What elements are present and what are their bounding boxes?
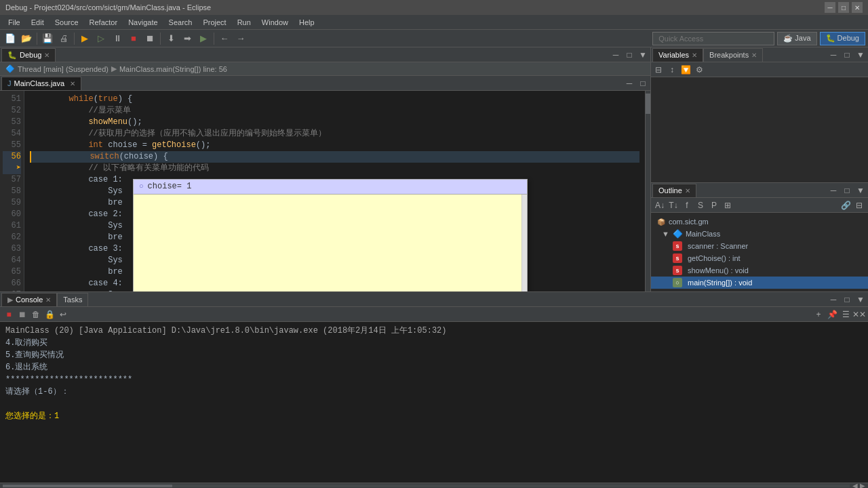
editor-scroll-thumb[interactable]: [646, 94, 650, 114]
debug-tab[interactable]: 🐛 Debug ✕: [1, 48, 56, 62]
outline-menu[interactable]: ▼: [854, 184, 867, 197]
outline-collapse[interactable]: ⊟: [853, 199, 865, 211]
maximize-button[interactable]: □: [838, 2, 849, 13]
panel-menu[interactable]: ▼: [637, 49, 649, 61]
quick-access-input[interactable]: [652, 32, 774, 45]
ln-53: 53: [3, 117, 21, 128]
panel-minimize[interactable]: ─: [610, 49, 622, 61]
outline-tab[interactable]: Outline ✕: [652, 184, 696, 197]
panel-maximize[interactable]: □: [623, 49, 635, 61]
menu-window[interactable]: Window: [256, 17, 294, 28]
console-new[interactable]: +: [812, 308, 825, 321]
vars-settings[interactable]: ⚙: [693, 64, 705, 76]
autocomplete-popup[interactable]: ○ choise= 1: [133, 179, 528, 291]
outline-scanner[interactable]: s scanner : Scanner: [651, 240, 868, 252]
menu-navigate[interactable]: Navigate: [123, 17, 163, 28]
save-button[interactable]: 💾: [40, 31, 55, 46]
outline-content: 📦 com.sict.gm ▼ 🔷 MainClass s scanner : …: [651, 213, 868, 291]
console-scroll-lock[interactable]: 🔒: [43, 308, 56, 321]
outline-sort-type[interactable]: T↓: [667, 199, 679, 211]
new-button[interactable]: 📄: [3, 31, 18, 46]
stepover-button[interactable]: ➡: [180, 31, 195, 46]
console-tab[interactable]: ▶ Console ✕: [1, 293, 57, 306]
minimize-button[interactable]: ─: [825, 2, 835, 13]
outline-hide-fields[interactable]: f: [681, 199, 693, 211]
resume-button[interactable]: ▷: [94, 31, 108, 46]
class-label: MainClass: [686, 230, 720, 238]
console-line-7: 您选择的是：1: [5, 410, 863, 422]
variables-tab-close[interactable]: ✕: [692, 52, 697, 59]
editor-scrollbar-v[interactable]: [645, 91, 650, 291]
open-button[interactable]: 📂: [19, 31, 34, 46]
menu-edit[interactable]: Edit: [26, 17, 50, 28]
forward-button[interactable]: →: [233, 31, 248, 46]
console-pin[interactable]: 📌: [826, 308, 838, 321]
code-area[interactable]: while(true) { //显示菜单 showMenu(); //获取用户的…: [24, 91, 645, 291]
outline-expand[interactable]: ⊞: [722, 199, 734, 211]
outline-hide-nonpublic[interactable]: P: [708, 199, 720, 211]
outline-package[interactable]: 📦 com.sict.gm: [651, 216, 868, 228]
outline-showmenu[interactable]: s showMenu() : void: [651, 264, 868, 277]
menu-help[interactable]: Help: [294, 17, 320, 28]
terminate-button[interactable]: ■: [126, 31, 141, 46]
outline-tab-close[interactable]: ✕: [685, 187, 690, 195]
disconnect-button[interactable]: ⏹: [142, 31, 157, 46]
console-disconnect[interactable]: ⏹: [16, 308, 28, 321]
debug-perspective-button[interactable]: 🐛 Debug: [820, 32, 865, 45]
ac-scrollbar-v[interactable]: [521, 195, 527, 291]
print-button[interactable]: 🖨: [56, 31, 71, 46]
console-scroll-arrows[interactable]: ◀ ▶: [852, 482, 865, 488]
stepinto-button[interactable]: ⬇: [163, 31, 178, 46]
tasks-tab[interactable]: Tasks: [57, 293, 88, 306]
vars-minimize[interactable]: ─: [827, 49, 840, 61]
menu-file[interactable]: File: [3, 17, 26, 28]
outline-mainclass[interactable]: ▼ 🔷 MainClass: [651, 228, 868, 240]
console-clear[interactable]: 🗑: [30, 308, 42, 321]
outline-minimize[interactable]: ─: [827, 184, 840, 197]
mainclass-tab-close[interactable]: ✕: [70, 80, 75, 87]
variables-tab[interactable]: Variables ✕: [652, 48, 703, 62]
console-minimize[interactable]: ─: [827, 293, 840, 306]
console-scrollbar-h-area: ◀ ▶: [0, 483, 868, 488]
outline-getchoise[interactable]: s getChoise() : int: [651, 252, 868, 264]
console-word-wrap[interactable]: ↩: [57, 308, 69, 321]
outline-maximize[interactable]: □: [841, 184, 853, 197]
console-maximize[interactable]: □: [841, 293, 853, 306]
vars-maximize[interactable]: □: [841, 49, 853, 61]
console-scrollbar-track[interactable]: [3, 485, 850, 487]
console-stop[interactable]: ■: [3, 308, 15, 321]
menu-project[interactable]: Project: [197, 17, 231, 28]
editor-tabs: 🐛 Debug ✕ ─ □ ▼: [0, 47, 650, 62]
menu-source[interactable]: Source: [50, 17, 84, 28]
console-menu[interactable]: ▼: [854, 293, 867, 306]
close-button[interactable]: ✕: [852, 2, 863, 13]
breakpoints-tab-close[interactable]: ✕: [751, 52, 757, 59]
menu-run[interactable]: Run: [232, 17, 256, 28]
menu-search[interactable]: Search: [163, 17, 198, 28]
debug-tab-close[interactable]: ✕: [44, 52, 50, 59]
vars-collapse[interactable]: ⊟: [652, 64, 665, 76]
console-scrollbar-thumb[interactable]: [3, 485, 172, 487]
editor-maximize[interactable]: □: [637, 77, 649, 89]
breakpoints-tab[interactable]: Breakpoints ✕: [703, 48, 763, 62]
console-close-all[interactable]: ✕✕: [853, 308, 865, 321]
menu-refactor[interactable]: Refactor: [84, 17, 123, 28]
vars-menu[interactable]: ▼: [854, 49, 867, 61]
run-button[interactable]: ▶: [196, 31, 211, 46]
suspend-button[interactable]: ⏸: [110, 31, 125, 46]
java-perspective-button[interactable]: ☕ Java: [777, 32, 816, 45]
outline-link[interactable]: 🔗: [840, 199, 852, 211]
back-button[interactable]: ←: [217, 31, 232, 46]
vars-filter[interactable]: 🔽: [679, 64, 692, 76]
mainclass-tab[interactable]: J MainClass.java ✕: [1, 77, 81, 90]
outline-main[interactable]: ○ main(String[]) : void: [651, 277, 868, 289]
console-select[interactable]: ☰: [840, 308, 852, 321]
outline-sort-name[interactable]: A↓: [654, 199, 666, 211]
editor-minimize[interactable]: ─: [623, 77, 635, 89]
vars-sort[interactable]: ↕: [666, 64, 678, 76]
console-tab-close[interactable]: ✕: [45, 296, 51, 304]
autocomplete-item-1[interactable]: ○ choise= 1: [134, 180, 527, 194]
getchoise-label: getChoise() : int: [688, 254, 741, 262]
outline-hide-static[interactable]: S: [694, 199, 707, 211]
debug-button[interactable]: ▶: [77, 31, 92, 46]
